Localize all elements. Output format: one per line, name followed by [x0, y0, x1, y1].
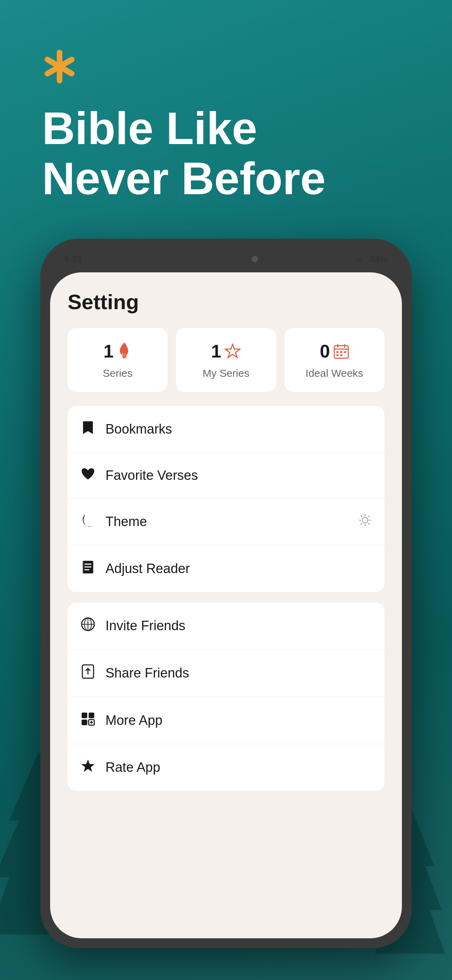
- screen-title: Setting: [68, 290, 384, 314]
- svg-marker-7: [225, 344, 240, 358]
- headline: Bible Like Never Before: [42, 103, 326, 204]
- svg-line-25: [361, 523, 362, 525]
- header-content: Bible Like Never Before: [0, 0, 452, 232]
- fire-icon: [117, 342, 132, 360]
- favorite-verses-label: Favorite Verses: [105, 468, 198, 483]
- app-asterisk-icon: [42, 49, 77, 89]
- invite-friends-icon: [80, 617, 95, 635]
- star-filled-icon: [80, 759, 95, 776]
- phone-status-bar: 9:31 24%: [50, 248, 402, 269]
- svg-rect-14: [344, 351, 346, 353]
- moon-icon: [80, 513, 95, 530]
- menu-group-2: Invite Friends Share Friends: [68, 603, 384, 791]
- star-outline-icon: [224, 344, 241, 359]
- svg-rect-27: [84, 563, 91, 565]
- share-icon: [80, 664, 95, 682]
- my-series-label: My Series: [202, 368, 249, 379]
- phone-notch: [174, 251, 265, 267]
- svg-rect-28: [84, 566, 91, 568]
- reader-icon: [80, 560, 95, 577]
- series-count-row: 1: [103, 341, 132, 362]
- my-series-number: 1: [211, 341, 221, 362]
- svg-rect-38: [82, 719, 87, 725]
- sun-icon: [358, 514, 372, 530]
- share-friends-label: Share Friends: [105, 666, 189, 681]
- menu-item-favorite-verses[interactable]: Favorite Verses: [68, 453, 384, 498]
- menu-item-share-friends[interactable]: Share Friends: [68, 649, 384, 697]
- menu-item-adjust-reader[interactable]: Adjust Reader: [68, 546, 384, 592]
- svg-line-22: [361, 515, 362, 517]
- bookmarks-label: Bookmarks: [105, 422, 172, 437]
- svg-rect-5: [361, 256, 362, 262]
- menu-group-1: Bookmarks Favorite Verses: [68, 406, 384, 592]
- menu-item-bookmarks[interactable]: Bookmarks: [68, 406, 384, 453]
- calendar-icon: [334, 344, 349, 359]
- phone-mockup: 9:31 24% Setting 1: [40, 239, 412, 948]
- heart-icon: [80, 468, 95, 483]
- more-app-label: More App: [105, 713, 162, 728]
- status-battery: 24%: [357, 254, 388, 265]
- phone-wrapper: 9:31 24% Setting 1: [0, 239, 452, 948]
- menu-item-rate-app[interactable]: Rate App: [68, 744, 384, 791]
- my-series-count-row: 1: [211, 341, 241, 362]
- phone-screen: Setting 1 Series 1: [50, 272, 402, 938]
- menu-item-theme[interactable]: Theme: [68, 498, 384, 546]
- series-number: 1: [103, 341, 113, 362]
- more-app-icon: [80, 712, 95, 729]
- wifi-icon: [357, 256, 367, 262]
- series-label: Series: [103, 368, 132, 379]
- svg-line-23: [368, 523, 370, 525]
- svg-marker-42: [81, 759, 95, 772]
- bookmark-icon: [80, 421, 95, 438]
- stats-row: 1 Series 1 My Serie: [68, 328, 384, 392]
- status-time: 9:31: [64, 254, 82, 265]
- menu-item-invite-friends[interactable]: Invite Friends: [68, 603, 384, 649]
- ideal-weeks-count-row: 0: [320, 341, 349, 362]
- svg-rect-3: [357, 259, 358, 262]
- menu-item-more-app[interactable]: More App: [68, 697, 384, 744]
- adjust-reader-label: Adjust Reader: [105, 561, 190, 576]
- notch-camera: [251, 256, 258, 262]
- svg-rect-29: [84, 569, 89, 570]
- stat-my-series[interactable]: 1 My Series: [176, 328, 276, 392]
- rate-app-label: Rate App: [105, 760, 160, 775]
- svg-rect-30: [83, 561, 84, 573]
- stat-ideal-weeks[interactable]: 0 Ideal Weeks: [285, 328, 384, 392]
- svg-rect-15: [336, 354, 339, 356]
- svg-rect-13: [340, 351, 342, 353]
- svg-line-24: [368, 515, 370, 517]
- invite-friends-label: Invite Friends: [105, 618, 185, 633]
- stat-series[interactable]: 1 Series: [68, 328, 167, 392]
- svg-rect-16: [340, 354, 342, 356]
- svg-rect-36: [82, 713, 87, 718]
- svg-rect-37: [89, 713, 94, 718]
- svg-point-6: [122, 353, 126, 359]
- ideal-weeks-number: 0: [320, 341, 330, 362]
- theme-label: Theme: [105, 514, 147, 529]
- ideal-weeks-label: Ideal Weeks: [306, 368, 363, 379]
- svg-rect-12: [336, 351, 339, 353]
- svg-rect-4: [358, 258, 360, 262]
- svg-point-17: [362, 517, 368, 523]
